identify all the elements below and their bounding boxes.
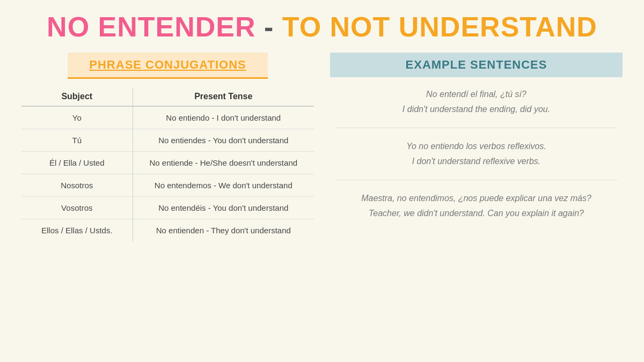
table-header-row: Subject Present Tense [21, 87, 314, 106]
example-item: Yo no entiendo los verbos reflexivos. I … [335, 140, 617, 180]
col-subject-header: Subject [21, 87, 133, 106]
table-row: Tú No entiendes - You don't understand [21, 129, 314, 152]
example-spanish: Yo no entiendo los verbos reflexivos. [335, 140, 617, 153]
title-separator: - [256, 11, 282, 42]
subject-cell: Ellos / Ellas / Ustds. [21, 219, 133, 242]
title-part2: TO NOT UNDERSTAND [282, 11, 597, 42]
col-tense-header: Present Tense [133, 87, 314, 106]
content-area: PHRASE CONJUGATIONS Subject Present Tens… [21, 53, 623, 351]
tense-cell: No entiende - He/She doesn't understand [133, 152, 314, 174]
subject-cell: Yo [21, 106, 133, 129]
example-spanish: Maestra, no entendimos, ¿nos puede expli… [335, 192, 617, 205]
right-panel: EXAMPLE SENTENCES No entendí el final, ¿… [330, 53, 623, 351]
example-sentences-label: EXAMPLE SENTENCES [406, 58, 547, 71]
table-row: Nosotros No entendemos - We don't unders… [21, 174, 314, 197]
subject-cell: Nosotros [21, 174, 133, 197]
example-spanish: No entendí el final, ¿tú sí? [335, 88, 617, 101]
phrase-conjugations-label: PHRASE CONJUGATIONS [89, 58, 246, 71]
table-row: Ellos / Ellas / Ustds. No entienden - Th… [21, 219, 314, 242]
phrase-conjugations-header: PHRASE CONJUGATIONS [68, 53, 267, 79]
tense-cell: No entendemos - We don't understand [133, 174, 314, 197]
page-title: NO ENTENDER - TO NOT UNDERSTAND [47, 11, 597, 43]
example-english: I don't understand reflexive verbs. [335, 155, 617, 168]
tense-cell: No entendéis - You don't understand [133, 197, 314, 219]
example-english: I didn't understand the ending, did you. [335, 103, 617, 116]
example-item: No entendí el final, ¿tú sí? I didn't un… [335, 88, 617, 128]
tense-cell: No entiendes - You don't understand [133, 129, 314, 152]
table-row: Vosotros No entendéis - You don't unders… [21, 197, 314, 219]
table-row: Él / Ella / Usted No entiende - He/She d… [21, 152, 314, 174]
title-part1: NO ENTENDER [47, 11, 255, 42]
subject-cell: Vosotros [21, 197, 133, 219]
examples-list: No entendí el final, ¿tú sí? I didn't un… [330, 88, 623, 232]
example-english: Teacher, we didn't understand. Can you e… [335, 207, 617, 220]
example-item: Maestra, no entendimos, ¿nos puede expli… [335, 192, 617, 232]
example-sentences-header: EXAMPLE SENTENCES [330, 53, 623, 77]
subject-cell: Tú [21, 129, 133, 152]
left-panel: PHRASE CONJUGATIONS Subject Present Tens… [21, 53, 314, 351]
conjugation-table: Subject Present Tense Yo No entiendo - I… [21, 87, 314, 241]
table-row: Yo No entiendo - I don't understand [21, 106, 314, 129]
tense-cell: No entiendo - I don't understand [133, 106, 314, 129]
subject-cell: Él / Ella / Usted [21, 152, 133, 174]
tense-cell: No entienden - They don't understand [133, 219, 314, 242]
